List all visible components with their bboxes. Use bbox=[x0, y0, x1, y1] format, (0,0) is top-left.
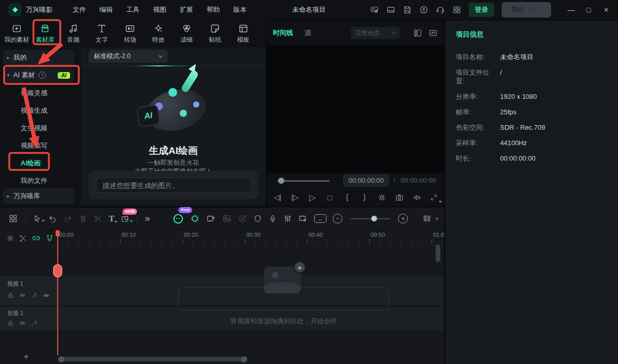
more-tools-button[interactable]: » bbox=[145, 213, 150, 224]
help-icon[interactable]: ? bbox=[39, 72, 46, 79]
sidebar-item-video-extend[interactable]: 视频续写 bbox=[21, 137, 47, 154]
delete-icon[interactable] bbox=[79, 214, 88, 223]
prompt-input[interactable] bbox=[96, 178, 251, 193]
lock-track-icon[interactable] bbox=[7, 292, 14, 299]
zoom-out-icon[interactable]: − bbox=[333, 214, 342, 223]
mute-track-icon[interactable] bbox=[19, 292, 26, 299]
sidebar-group-my[interactable]: ▸ 我的 bbox=[3, 50, 74, 65]
render-preview-icon[interactable] bbox=[238, 214, 247, 223]
horizontal-scrollbar[interactable] bbox=[58, 357, 247, 361]
mode-select[interactable]: 标准模式-2.0 bbox=[89, 50, 167, 63]
current-timecode[interactable]: 00:00:00:00 bbox=[343, 174, 389, 187]
menu-file[interactable]: 文件 bbox=[66, 2, 93, 18]
sidebar-item-ai-painting[interactable]: AI绘画 bbox=[21, 154, 41, 172]
cloud-upload-icon[interactable] bbox=[419, 5, 428, 14]
menu-version[interactable]: 版本 bbox=[227, 2, 253, 18]
tab-templates[interactable]: 模板 bbox=[230, 23, 257, 44]
fit-timeline-icon[interactable]: ↔ bbox=[314, 214, 327, 223]
minimize-button[interactable]: — bbox=[563, 2, 579, 18]
caret-down-icon[interactable]: ▾ bbox=[436, 216, 438, 221]
scrollbar-right-handle[interactable] bbox=[241, 356, 247, 362]
next-frame-button[interactable]: |▷ bbox=[290, 193, 300, 201]
volume-icon[interactable] bbox=[412, 193, 421, 202]
menu-extensions[interactable]: 扩展 bbox=[173, 2, 200, 18]
track-height-icon[interactable] bbox=[422, 214, 432, 223]
lock-track-icon[interactable] bbox=[7, 320, 14, 326]
scrubber-knob[interactable] bbox=[278, 178, 284, 184]
zoom-slider[interactable] bbox=[351, 218, 390, 219]
close-button[interactable]: × bbox=[598, 2, 614, 18]
scope-waveform-icon[interactable] bbox=[428, 28, 438, 38]
login-button[interactable]: 登录 bbox=[469, 3, 494, 17]
record-voiceover-icon[interactable] bbox=[268, 214, 277, 223]
mask-tool-icon[interactable]: NEW bbox=[121, 214, 130, 223]
tab-effects[interactable]: 特效 bbox=[145, 23, 172, 44]
tab-transitions[interactable]: 转场 bbox=[116, 23, 144, 44]
timeline-settings-icon[interactable] bbox=[6, 234, 14, 242]
menu-tools[interactable]: 工具 bbox=[119, 2, 146, 18]
play-button[interactable]: ▷ bbox=[308, 193, 317, 202]
text-tool-icon[interactable]: T bbox=[109, 214, 114, 224]
shield-guard-icon[interactable] bbox=[253, 214, 262, 223]
playback-settings-icon[interactable] bbox=[377, 193, 387, 202]
menu-help[interactable]: 帮助 bbox=[200, 2, 227, 18]
playhead-flag[interactable] bbox=[56, 230, 60, 236]
playhead-handle[interactable] bbox=[53, 264, 62, 278]
link-clips-icon[interactable] bbox=[32, 234, 41, 242]
tab-stickers[interactable]: 贴纸 bbox=[201, 23, 229, 44]
media-dropzone[interactable] bbox=[178, 287, 389, 310]
tab-stock-media[interactable]: 素材库 bbox=[31, 23, 59, 44]
multiview-icon[interactable] bbox=[413, 28, 422, 38]
select-tool-icon[interactable] bbox=[33, 214, 42, 223]
apps-grid-icon[interactable] bbox=[452, 5, 461, 14]
tab-timeline-preview[interactable]: 时间线 bbox=[273, 28, 293, 38]
tab-my-media[interactable]: 我的素材 bbox=[3, 23, 30, 44]
sidebar-group-ai-assets[interactable]: ▾ AI 素材 ? AI bbox=[3, 67, 74, 83]
quality-select[interactable]: 完整画质 bbox=[351, 27, 400, 39]
mute-track-icon[interactable] bbox=[19, 320, 26, 326]
sidebar-item-video-inspiration[interactable]: 视频灵感 bbox=[21, 84, 47, 102]
previous-frame-button[interactable]: ◁| bbox=[273, 193, 282, 201]
clip-preview-icon[interactable] bbox=[298, 214, 308, 223]
playhead-line[interactable] bbox=[57, 230, 58, 355]
save-icon[interactable] bbox=[403, 5, 412, 14]
export-button[interactable]: 导出 bbox=[502, 2, 551, 18]
magic-wand-icon[interactable] bbox=[31, 292, 38, 299]
tab-source-preview[interactable]: 源 bbox=[304, 28, 311, 38]
tab-filters[interactable]: 滤镜 bbox=[173, 23, 200, 44]
headset-support-icon[interactable] bbox=[436, 5, 445, 14]
timeline-ruler[interactable]: 00:00 00:10 00:20 00:30 00:40 00:50 01:0… bbox=[58, 230, 444, 246]
audio-mixer-icon[interactable] bbox=[283, 214, 292, 223]
device-dock-icon[interactable] bbox=[386, 5, 396, 14]
scrubber-track[interactable] bbox=[277, 180, 330, 182]
snapshot-camera-icon[interactable] bbox=[394, 193, 404, 202]
mark-in-button[interactable]: { bbox=[342, 193, 352, 201]
image-icon[interactable] bbox=[222, 214, 232, 223]
scrollbar-left-handle[interactable] bbox=[58, 356, 64, 362]
auto-ripple-icon[interactable] bbox=[45, 234, 54, 242]
maximize-button[interactable]: □ bbox=[581, 2, 596, 18]
cut-icon[interactable] bbox=[94, 214, 102, 223]
unlink-scissors-icon[interactable] bbox=[19, 234, 27, 242]
redo-icon[interactable] bbox=[63, 214, 73, 223]
sidebar-group-store[interactable]: ▸ 万兴喵库 bbox=[3, 188, 74, 204]
track-layout-icon[interactable] bbox=[8, 214, 18, 223]
render-queue-icon[interactable] bbox=[370, 5, 379, 14]
zoom-in-icon[interactable]: + bbox=[398, 214, 408, 223]
stop-button[interactable]: □ bbox=[325, 193, 334, 202]
sidebar-item-my-files[interactable]: 我的文件 bbox=[21, 172, 47, 189]
add-track-button[interactable]: + bbox=[24, 352, 29, 362]
ai-copilot-icon[interactable]: Free bbox=[173, 213, 184, 224]
mark-out-button[interactable]: } bbox=[360, 193, 369, 201]
menu-edit[interactable]: 编辑 bbox=[93, 2, 119, 18]
hide-track-eye-icon[interactable] bbox=[43, 292, 50, 299]
ai-chip-icon[interactable] bbox=[190, 214, 200, 223]
vertical-scrollbar[interactable] bbox=[436, 245, 440, 262]
sidebar-item-video-generation[interactable]: 视频生成 bbox=[21, 102, 47, 119]
fullscreen-icon[interactable] bbox=[430, 194, 439, 201]
tab-audio[interactable]: 音频 bbox=[60, 23, 87, 44]
sidebar-item-text-to-video[interactable]: 文生视频 bbox=[21, 119, 47, 137]
menu-view[interactable]: 视图 bbox=[146, 2, 173, 18]
zoom-slider-handle[interactable] bbox=[371, 216, 377, 221]
tab-text[interactable]: 文字 bbox=[88, 23, 115, 44]
